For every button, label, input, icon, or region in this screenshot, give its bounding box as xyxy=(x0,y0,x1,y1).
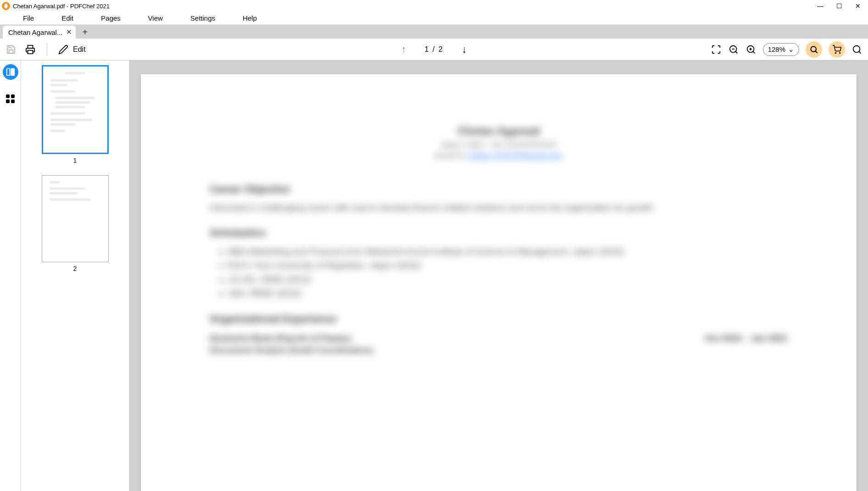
window-title: Chetan Agarwal.pdf - PDFChef 2021 xyxy=(13,3,110,10)
experience-role: Document Analyst (Audit Coordination) xyxy=(210,344,788,357)
tab-label: Chetan Agarwal... xyxy=(8,28,62,36)
main-area: 1 2 Chetan Agarwal Jaipur, India • +91 X… xyxy=(0,61,868,491)
thumbnails-panel-button[interactable] xyxy=(3,64,18,80)
fullscreen-icon[interactable] xyxy=(711,44,722,55)
svg-line-9 xyxy=(815,51,817,53)
minimize-button[interactable]: — xyxy=(817,3,823,9)
svg-point-11 xyxy=(840,52,840,53)
toolbar-separator xyxy=(47,43,47,56)
chevron-down-icon: ⌄ xyxy=(788,45,794,54)
zoom-in-icon[interactable] xyxy=(746,44,757,55)
toolbar: Edit ↑ 1 / 2 ↓ 128% ⌄ xyxy=(0,39,868,61)
save-icon[interactable] xyxy=(6,44,17,55)
menu-help[interactable]: Help xyxy=(229,12,271,24)
svg-rect-15 xyxy=(11,69,14,76)
list-item: B.B.A. from University of Rajasthan, Jai… xyxy=(228,259,788,272)
zoom-out-icon[interactable] xyxy=(728,44,739,55)
section-scholastics: Scholastics xyxy=(210,227,788,239)
thumbnail-page-1[interactable] xyxy=(42,65,109,154)
pencil-icon xyxy=(58,44,68,55)
list-item: 10th, RBSE (2010) xyxy=(228,287,788,300)
edit-button[interactable]: Edit xyxy=(58,44,86,55)
print-icon[interactable] xyxy=(25,44,36,55)
next-page-button[interactable]: ↓ xyxy=(462,44,467,55)
menu-pages[interactable]: Pages xyxy=(87,12,134,24)
page-indicator: 1 / 2 xyxy=(424,45,443,54)
edit-label: Edit xyxy=(73,45,86,54)
tab-bar: Chetan Agarwal... ✕ + xyxy=(0,25,868,39)
grid-icon xyxy=(6,94,15,103)
thumbnail-label-2: 2 xyxy=(73,265,77,272)
list-item: 10+2th, CBSE (2012) xyxy=(228,273,788,287)
doc-name: Chetan Agarwal xyxy=(210,125,788,138)
document-tab[interactable]: Chetan Agarwal... ✕ xyxy=(3,26,76,39)
section-career-objective: Career Objective xyxy=(210,183,788,195)
list-item: MBA (Marketing and Finance) from Maharis… xyxy=(228,245,788,259)
document-viewer[interactable]: Chetan Agarwal Jaipur, India • +91 XXXXX… xyxy=(129,61,868,491)
experience-row: Deutsche Bank (Payroll of Pamac) Oct 201… xyxy=(210,333,788,343)
thumbnail-page-2[interactable] xyxy=(42,175,109,262)
new-tab-button[interactable]: + xyxy=(78,26,91,39)
svg-line-2 xyxy=(735,51,737,53)
svg-point-12 xyxy=(853,45,860,52)
document-page: Chetan Agarwal Jaipur, India • +91 XXXXX… xyxy=(141,74,857,491)
section-org-experience: Organizational Experience xyxy=(210,313,788,325)
svg-rect-14 xyxy=(6,69,9,76)
thumbnail-panel: 1 2 xyxy=(21,61,129,491)
doc-email: Email Id: chetan.XXXXX@gmail.com xyxy=(210,151,788,160)
svg-line-5 xyxy=(753,51,755,53)
svg-line-13 xyxy=(859,51,861,53)
menu-file[interactable]: File xyxy=(9,12,48,24)
app-icon xyxy=(2,2,10,10)
career-text: Interested in challenging career with ze… xyxy=(210,202,788,214)
svg-rect-0 xyxy=(28,50,33,53)
tab-close-icon[interactable]: ✕ xyxy=(66,28,72,36)
title-bar: Chetan Agarwal.pdf - PDFChef 2021 — ☐ ✕ xyxy=(0,0,868,12)
zoom-value: 128% xyxy=(768,45,785,53)
doc-contact: Jaipur, India • +91 XXXXXXXXXX xyxy=(210,140,788,149)
menu-bar: File Edit Pages View Settings Help xyxy=(0,12,868,25)
pages-grid-button[interactable] xyxy=(3,91,18,106)
cart-button[interactable] xyxy=(829,41,845,58)
scholastics-list: MBA (Marketing and Finance) from Maharis… xyxy=(228,245,788,300)
svg-point-8 xyxy=(811,46,816,52)
thumbnail-label-1: 1 xyxy=(73,157,77,164)
left-sidebar xyxy=(0,61,21,491)
zoom-dropdown[interactable]: 128% ⌄ xyxy=(763,43,799,56)
menu-view[interactable]: View xyxy=(134,12,177,24)
close-window-button[interactable]: ✕ xyxy=(855,3,861,9)
find-highlight-button[interactable] xyxy=(806,41,822,58)
search-icon[interactable] xyxy=(851,44,862,55)
maximize-button[interactable]: ☐ xyxy=(836,3,842,9)
svg-point-10 xyxy=(835,52,836,53)
menu-edit[interactable]: Edit xyxy=(48,12,87,24)
menu-settings[interactable]: Settings xyxy=(177,12,229,24)
prev-page-button[interactable]: ↑ xyxy=(401,44,406,55)
